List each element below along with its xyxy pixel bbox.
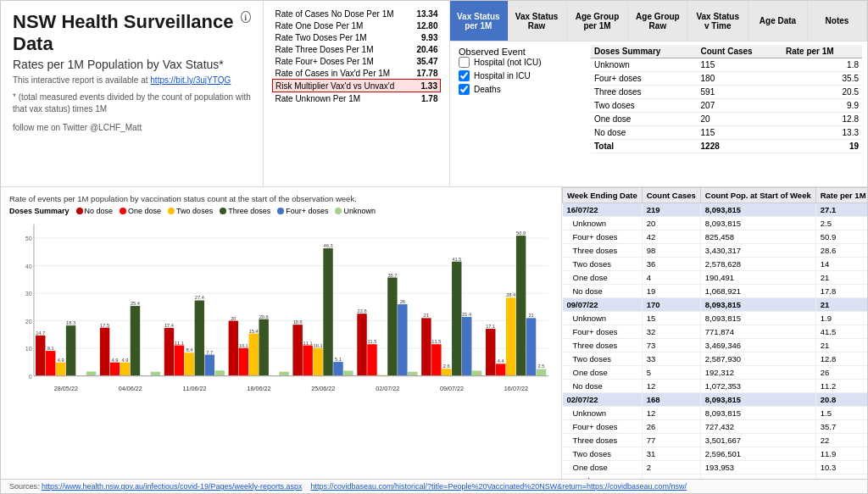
sub-pop: 825,458: [700, 230, 815, 244]
sub-pop: 193,953: [700, 461, 815, 475]
svg-text:0: 0: [29, 373, 32, 380]
bar: [56, 363, 65, 376]
info-icon[interactable]: ℹ: [241, 11, 251, 23]
vax-tab[interactable]: Vax Status v Time: [687, 1, 748, 41]
doses-label: Three doses: [591, 86, 698, 99]
svg-text:41.5: 41.5: [452, 257, 461, 262]
vax-tab[interactable]: Age Data: [748, 1, 808, 41]
info-link[interactable]: https://bit.ly/3ujYTQG: [150, 75, 231, 85]
table-row: Four+ doses 26 727,432 35.7: [563, 420, 868, 434]
page-title: NSW Health Surveillance Data: [13, 11, 236, 56]
vax-tab[interactable]: Vax Status Raw: [508, 1, 567, 41]
footer-sources-label: Sources:: [9, 482, 42, 491]
doses-count: 20: [698, 113, 782, 126]
doses-rate: 13.3: [782, 126, 862, 140]
bar: [442, 369, 451, 375]
svg-text:17.5: 17.5: [100, 323, 109, 328]
svg-text:20: 20: [25, 318, 32, 325]
group-date: 09/07/22: [563, 298, 643, 312]
sub-count: 33: [642, 352, 700, 366]
x-axis-label: 11/06/22: [183, 385, 207, 392]
vax-tab[interactable]: Notes: [808, 1, 867, 41]
vax-tab[interactable]: Age Group per 1M: [567, 1, 629, 41]
sub-pop: 190,491: [700, 271, 815, 285]
doses-col-count: Count Cases: [698, 45, 782, 58]
sub-rate: 28.6: [815, 244, 867, 258]
sub-pop: 3,430,317: [700, 244, 815, 258]
legend-dot: [335, 208, 342, 214]
sub-label: Unknown: [563, 407, 643, 420]
observed-event-checkbox[interactable]: [459, 70, 470, 81]
sub-count: 19: [642, 285, 700, 298]
col-pop: Count Pop. at Start of Week: [700, 188, 815, 203]
sub-pop: 2,587,930: [700, 352, 815, 366]
observed-section: Observed Event Hospital (not ICU) Hospit…: [450, 42, 586, 186]
rate-table: Rate of Cases No Dose Per 1M13.34Rate On…: [272, 8, 441, 104]
sub-rate: 22: [815, 434, 867, 447]
bottom-section: Rate of events per 1M population by vacc…: [1, 187, 867, 479]
doses-rate: 9.9: [782, 99, 862, 113]
bar: [398, 304, 407, 376]
x-axis-label: 25/06/22: [311, 385, 335, 392]
observed-and-doses: Observed Event Hospital (not ICU) Hospit…: [450, 42, 867, 186]
bar: [229, 321, 238, 376]
rate-table-row: Rate Two Doses Per 1M9.93: [273, 31, 441, 43]
legend-title: Doses Summary: [9, 207, 70, 215]
svg-text:17.4: 17.4: [164, 323, 174, 328]
bar: [185, 352, 194, 375]
svg-text:35.7: 35.7: [387, 273, 397, 278]
bar: [323, 248, 332, 376]
table-row: Four+ doses 32 771,874 41.5: [563, 325, 868, 339]
bar: [110, 363, 120, 376]
bar: [387, 278, 397, 376]
table-row: Four+ doses 42 825,458 50.9: [563, 230, 868, 244]
doses-rate: 35.5: [782, 72, 862, 86]
x-axis-label: 04/06/22: [119, 385, 142, 392]
svg-text:27.4: 27.4: [195, 296, 204, 301]
svg-text:5.1: 5.1: [335, 357, 342, 362]
bar: [195, 301, 204, 376]
legend-label: Four+ doses: [286, 207, 328, 215]
bar: [408, 372, 417, 376]
svg-text:4.4: 4.4: [498, 358, 504, 364]
sub-count: 98: [642, 244, 700, 258]
sub-pop: 2,596,501: [700, 447, 815, 461]
rate-table-row: Rate Three Doses Per 1M20.46: [273, 43, 441, 55]
rate-table-row: Rate Unknown Per 1M1.78: [273, 92, 441, 105]
footer-link-1[interactable]: https://www.health.nsw.gov.au/infectious…: [42, 482, 303, 491]
doses-rate: 1.8: [782, 58, 862, 72]
sub-count: 15: [642, 312, 700, 325]
sub-label: Two doses: [563, 352, 643, 366]
rate-label: Rate Unknown Per 1M: [273, 92, 411, 105]
sub-pop: 8,093,815: [700, 407, 815, 420]
rate-table-row: Rate of Cases in Vax'd Per 1M17.78: [273, 67, 441, 80]
sub-label: Two doses: [563, 258, 643, 271]
svg-text:4.9: 4.9: [112, 358, 119, 363]
vax-status-per-1m-tab[interactable]: Vax Status per 1M: [450, 1, 508, 41]
sub-rate: 50.9: [815, 230, 867, 244]
svg-text:8.4: 8.4: [186, 347, 192, 352]
x-axis-label: 18/06/22: [247, 385, 270, 392]
observed-event-checkbox[interactable]: [459, 84, 470, 95]
sub-label: Three doses: [563, 434, 643, 447]
doses-label: No dose: [591, 126, 698, 140]
svg-text:17.1: 17.1: [486, 324, 495, 329]
legend-dot: [277, 208, 284, 214]
observed-event-checkbox[interactable]: [459, 57, 470, 68]
data-table-panel[interactable]: Week Ending Date Count Cases Count Pop. …: [562, 187, 867, 479]
observed-event-label: Hospital (not ICU): [474, 58, 541, 67]
bar-chart: 0102030405014.79.14.918.328/05/2217.54.9…: [9, 219, 553, 397]
footer-link-2[interactable]: https://covidbaseau.com/historical/?titl…: [311, 482, 687, 491]
sub-rate: 35.7: [815, 420, 867, 434]
sub-rate: 1.9: [815, 312, 867, 325]
rate-table-row: Risk Multiplier Vax'd vs Unvax'd1.33: [273, 80, 441, 92]
sub-count: 2: [642, 461, 700, 475]
doses-col-label: Doses Summary: [591, 45, 698, 58]
rate-label: Rate of Cases in Vax'd Per 1M: [273, 67, 411, 80]
bar: [333, 362, 342, 376]
bar: [292, 325, 302, 375]
rate-value: 12.80: [411, 19, 441, 31]
doses-summary-section: Doses Summary Count Cases Rate per 1M Un…: [586, 42, 867, 186]
legend-item: Two doses: [168, 207, 213, 215]
vax-tab[interactable]: Age Group Raw: [628, 1, 687, 41]
